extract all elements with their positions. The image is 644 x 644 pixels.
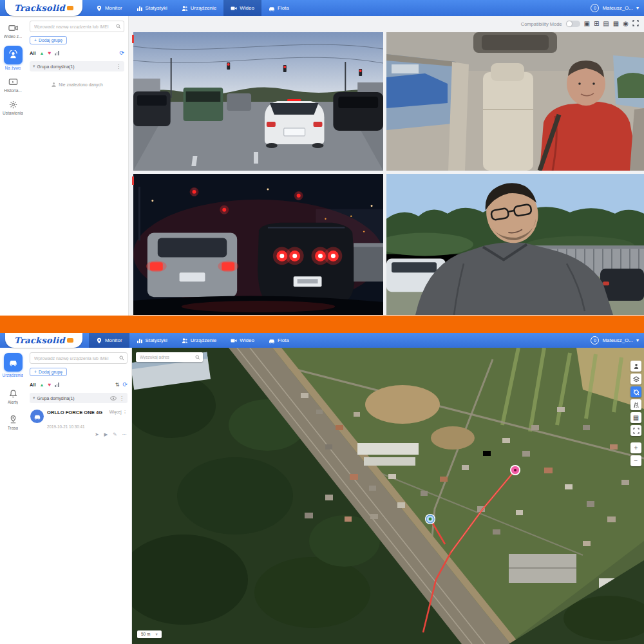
map-type-button[interactable] <box>630 374 641 384</box>
caret-down-icon[interactable]: ▾ <box>636 5 639 11</box>
satellite-imagery <box>132 348 644 644</box>
gear-icon <box>8 100 18 109</box>
zoom-in-button[interactable]: + <box>630 442 641 453</box>
pin-icon <box>96 5 102 12</box>
record-icon[interactable]: ◉ <box>623 21 629 27</box>
rail-item-ustawienia[interactable]: Ustawienia <box>0 100 26 115</box>
car-icon <box>8 357 18 367</box>
add-group-button[interactable]: + Dodaj grupę <box>30 36 67 44</box>
user-menu[interactable]: Mateusz_O... <box>602 5 633 11</box>
track-icon[interactable]: ➤ <box>95 431 99 437</box>
group-row[interactable]: ▾ Grupa domyślna(1) ⋮ <box>30 393 128 403</box>
satellite-layer-button[interactable] <box>630 386 641 397</box>
signal-filter-icon[interactable] <box>55 51 59 55</box>
fleet-icon <box>269 5 275 12</box>
device-position-marker <box>425 514 435 524</box>
sort-icon[interactable]: ⇅ <box>115 382 120 388</box>
group-row[interactable]: ▾ Grupa domyślna(1) ⋮ <box>30 61 124 71</box>
nav-item-urzadzenie[interactable]: Urządzenie <box>175 0 223 16</box>
support-icon[interactable]: 0 <box>591 4 599 12</box>
refresh-icon[interactable]: ⟳ <box>119 50 124 56</box>
search-icon[interactable] <box>195 355 200 360</box>
support-icon[interactable]: 0 <box>591 336 599 345</box>
traffic-layer-button[interactable] <box>630 399 641 410</box>
playback-icon[interactable]: ▶ <box>104 431 108 437</box>
view-single-icon[interactable]: ▣ <box>584 21 590 27</box>
search-icon[interactable] <box>116 24 121 29</box>
camera-icon <box>8 23 18 33</box>
device-search-input[interactable] <box>33 355 119 361</box>
moving-filter-icon[interactable]: ▲ <box>40 383 44 387</box>
device-avatar <box>30 410 44 423</box>
group-menu-icon[interactable]: ⋮ <box>116 64 121 70</box>
rail-item-trasa[interactable]: Trasa <box>0 415 26 430</box>
view-custom-icon[interactable]: ▤ <box>603 21 609 27</box>
group-chevron-icon: ▾ <box>33 395 35 401</box>
filter-all[interactable]: All <box>30 382 36 388</box>
device-search-input[interactable] <box>33 24 116 30</box>
device-name: ORLLO FORCE ONE 4G <box>47 410 102 415</box>
refresh-icon[interactable]: ⟳ <box>122 381 128 388</box>
nav-item-monitor[interactable]: Monitor <box>89 0 129 16</box>
logo-text: Tracksolid <box>14 3 65 13</box>
video-feed-rear-outside[interactable] <box>386 174 644 315</box>
nav-item-urzadzenie[interactable]: Urządzenie <box>175 333 223 348</box>
main-menu: Monitor Statystyki Urządzenie Wideo Flot… <box>89 0 296 16</box>
favorite-filter-icon[interactable]: ♥ <box>48 50 52 56</box>
streetview-button[interactable] <box>630 361 641 372</box>
video-side-rail: Wideo z... Na żywo Historia... Ustawieni… <box>0 16 26 316</box>
nav-item-wideo[interactable]: Wideo <box>223 333 261 348</box>
map-address-input[interactable] <box>138 354 195 360</box>
device-card[interactable]: ORLLO FORCE ONE 4G Więcej ⋮ 2019-10-21 1… <box>30 408 128 439</box>
rail-item-na-zywo[interactable]: Na żywo <box>0 46 26 70</box>
rail-item-wideo-z[interactable]: Wideo z... <box>0 23 26 39</box>
eye-icon[interactable] <box>110 396 117 401</box>
logo-badge-icon <box>67 6 73 10</box>
moving-filter-icon[interactable]: ▲ <box>40 51 44 55</box>
map-canvas[interactable]: ▦ + − 50 m ▾ <box>132 348 644 644</box>
map-fullscreen-button[interactable] <box>630 425 641 436</box>
favorite-filter-icon[interactable]: ♥ <box>48 382 52 388</box>
search-icon[interactable] <box>119 355 124 361</box>
poi-grid-button[interactable]: ▦ <box>630 412 641 423</box>
nav-item-statystyki[interactable]: Statystyki <box>129 0 175 16</box>
nav-item-monitor[interactable]: Monitor <box>89 333 129 348</box>
route-icon <box>8 415 18 424</box>
logo[interactable]: Tracksolid <box>5 0 82 16</box>
zoom-out-button[interactable]: − <box>630 455 641 466</box>
compatibility-toggle[interactable] <box>566 21 580 27</box>
user-menu[interactable]: Mateusz_O... <box>602 337 633 343</box>
camera3-alert-marker <box>132 176 134 185</box>
edit-icon[interactable]: ✎ <box>113 431 117 437</box>
video-feed-cabin[interactable] <box>386 32 644 171</box>
video-feed-front-day[interactable] <box>133 32 383 171</box>
add-group-button[interactable]: + Dodaj grupę <box>30 368 67 376</box>
map-address-search <box>136 352 203 362</box>
navbar-right: 0 Mateusz_O... ▾ <box>591 336 644 345</box>
status-filter-row: All ▲ ♥ ⟳ <box>30 50 124 56</box>
signal-filter-icon[interactable] <box>55 383 59 387</box>
nav-item-wideo[interactable]: Wideo <box>223 0 261 16</box>
video-feed-front-night[interactable] <box>133 174 383 315</box>
view-grid4-icon[interactable]: ⊞ <box>594 21 599 27</box>
rail-item-historia[interactable]: Historia... <box>0 77 26 93</box>
nav-item-flota[interactable]: Flota <box>261 333 296 348</box>
users-icon <box>182 337 188 344</box>
logo[interactable]: Tracksolid <box>5 333 82 348</box>
caret-down-icon[interactable]: ▾ <box>636 337 639 343</box>
navbar-right: 0 Mateusz_O... ▾ <box>591 4 644 12</box>
filter-all[interactable]: All <box>30 50 36 56</box>
fullscreen-icon[interactable] <box>632 20 639 28</box>
map-scale[interactable]: 50 m ▾ <box>137 630 162 638</box>
chart-icon <box>137 337 143 344</box>
rail-item-alerty[interactable]: Alerty <box>0 389 26 404</box>
rail-item-urzadzenia[interactable]: Urządzenia <box>0 353 26 377</box>
more-actions-icon[interactable]: ⋯ <box>122 431 128 437</box>
device-menu-icon[interactable]: ⋮ <box>123 410 127 414</box>
nav-item-flota[interactable]: Flota <box>261 0 296 16</box>
nav-item-statystyki[interactable]: Statystyki <box>129 333 175 348</box>
view-grid9-icon[interactable]: ▦ <box>613 21 619 27</box>
device-more-link[interactable]: Więcej <box>109 410 122 414</box>
group-menu-icon[interactable]: ⋮ <box>119 395 124 401</box>
car-avatar-icon <box>33 413 41 421</box>
